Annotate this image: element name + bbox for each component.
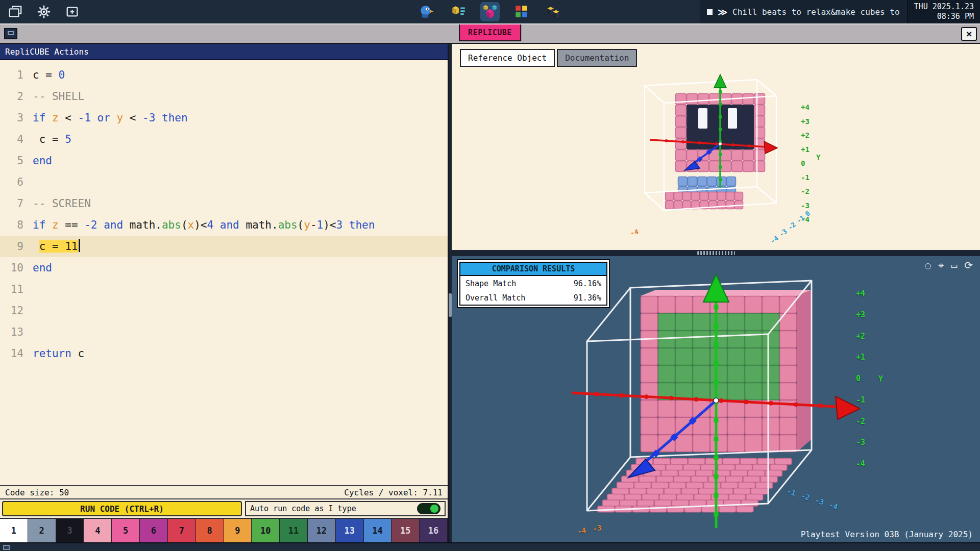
code-line[interactable]: 13 — [0, 321, 448, 343]
palette-color-1[interactable]: 1 — [0, 519, 28, 542]
palette-color-7[interactable]: 7 — [168, 519, 196, 542]
code-line[interactable]: 12 — [0, 300, 448, 321]
horizontal-splitter[interactable] — [452, 250, 980, 256]
code-line[interactable]: 11 — [0, 279, 448, 300]
code-line[interactable]: 9 c = 11 — [0, 236, 448, 257]
window-icon[interactable] — [7, 4, 23, 20]
axis-tick: -3 — [801, 202, 810, 210]
code-size-label: Code size: 50 — [5, 488, 69, 497]
current-level-icon[interactable] — [480, 2, 500, 21]
axis-tick: +1 — [801, 145, 810, 154]
multiplayer-cubes-icon[interactable] — [544, 2, 563, 21]
cycles-label: Cycles / voxel: 7.11 — [344, 488, 443, 497]
stop-icon[interactable] — [707, 9, 713, 15]
palette-color-4[interactable]: 4 — [84, 519, 112, 542]
code-line[interactable]: 10end — [0, 257, 448, 279]
code-line[interactable]: 2-- SHELL — [0, 86, 448, 107]
line-number: 9 — [0, 236, 23, 257]
taskbar-window-icon[interactable] — [3, 545, 10, 550]
palette-color-8[interactable]: 8 — [196, 519, 224, 542]
comparison-label: Shape Match — [465, 279, 516, 288]
palette-color-15[interactable]: 15 — [391, 519, 420, 542]
new-window-icon[interactable] — [64, 4, 81, 20]
palette-color-11[interactable]: 11 — [280, 519, 308, 542]
time-label: 08:36 PM — [914, 12, 974, 21]
palette-color-5[interactable]: 5 — [112, 519, 140, 542]
music-player: ≫ Chill beats to relax&make cubes to — [700, 0, 906, 23]
code-line[interactable]: 4 c = 5 — [0, 129, 448, 150]
autorun-label: Auto run code as I type — [250, 504, 356, 513]
splitter-grip[interactable] — [697, 251, 735, 255]
palette-color-9[interactable]: 9 — [224, 519, 252, 542]
axis-tick: +2 — [801, 131, 810, 139]
code-text: -- SHELL — [33, 86, 84, 107]
skip-icon[interactable]: ≫ — [718, 7, 727, 17]
axis-tick: +1 — [856, 353, 865, 362]
code-editor[interactable]: 1c = 02-- SHELL3if z < -1 or y < -3 then… — [0, 60, 448, 485]
palette-color-12[interactable]: 12 — [308, 519, 336, 542]
tab-documentation[interactable]: Documentation — [557, 49, 637, 67]
code-text: end — [33, 150, 52, 171]
palette-color-16[interactable]: 16 — [420, 519, 448, 542]
axis-tick: +4 — [801, 103, 810, 111]
code-line[interactable]: 8if z == -2 and math.abs(x)<4 and math.a… — [0, 214, 448, 236]
run-code-button[interactable]: RUN CODE (CTRL+R) — [2, 501, 242, 516]
taskbar — [0, 542, 980, 551]
line-number: 12 — [0, 300, 23, 321]
line-number: 8 — [0, 214, 23, 236]
palette-grid-icon[interactable] — [512, 2, 531, 21]
topbar: ≫ Chill beats to relax&make cubes to THU… — [0, 0, 980, 23]
dashed-circle-icon[interactable]: ◌ — [925, 259, 931, 271]
comparison-row: Overall Match91.36% — [460, 290, 606, 305]
level-list-icon[interactable] — [449, 2, 468, 21]
code-line[interactable]: 1c = 0 — [0, 64, 448, 86]
window-menu-icon[interactable] — [4, 28, 17, 39]
palette-color-13[interactable]: 13 — [336, 519, 364, 542]
code-text: -- SCREEN — [33, 193, 91, 214]
axis-tick: 0 — [856, 374, 865, 383]
code-text: c = 5 — [33, 129, 71, 150]
line-number: 1 — [0, 64, 23, 86]
rotate-view-icon[interactable]: ⟳ — [964, 259, 973, 271]
right-column: Reference ObjectDocumentation — [452, 44, 980, 542]
axis-tick: -2 — [801, 187, 810, 195]
autorun-toggle[interactable] — [417, 503, 440, 514]
axis-tick: +3 — [801, 117, 810, 126]
autorun-box: Auto run code as I type — [245, 501, 446, 516]
tab-reference-object[interactable]: Reference Object — [460, 49, 555, 67]
axis-tick: -2 — [856, 417, 865, 426]
close-icon[interactable]: × — [961, 27, 977, 41]
line-number: 11 — [0, 279, 23, 300]
x-axis-ticks: -4 — [630, 228, 639, 237]
music-track-title: Chill beats to relax&make cubes to — [732, 7, 900, 17]
target-icon[interactable]: ⌖ — [938, 259, 944, 271]
code-text: if z == -2 and math.abs(x)<4 and math.ab… — [33, 214, 375, 236]
palette-color-10[interactable]: 10 — [252, 519, 280, 542]
app-tab-replicube[interactable]: REPLICUBE — [459, 24, 521, 41]
palette-color-6[interactable]: 6 — [140, 519, 168, 542]
palette-color-14[interactable]: 14 — [364, 519, 392, 542]
reference-3d-view[interactable] — [614, 70, 808, 246]
view-toggle-icons: ◌⌖▭⟳ — [925, 259, 973, 271]
axis-tick: -3 — [856, 438, 865, 447]
run-row: RUN CODE (CTRL+R) Auto run code as I typ… — [0, 499, 448, 518]
axis-tick: 0 — [801, 159, 810, 167]
axis-tick: -3 — [592, 523, 602, 533]
toggle-knob — [430, 505, 438, 513]
axis-tick: +2 — [856, 332, 865, 341]
code-line[interactable]: 14return c — [0, 343, 448, 364]
code-line[interactable]: 3if z < -1 or y < -3 then — [0, 107, 448, 129]
settings-gear-icon[interactable] — [36, 4, 52, 20]
palette-color-3[interactable]: 3 — [56, 519, 84, 542]
mascot-icon[interactable] — [417, 2, 436, 21]
comparison-value: 96.16% — [574, 279, 601, 288]
comparison-title: COMPARISON RESULTS — [460, 263, 606, 276]
line-number: 3 — [0, 107, 23, 129]
palette-color-2[interactable]: 2 — [28, 519, 56, 542]
code-line[interactable]: 6 — [0, 171, 448, 193]
code-line[interactable]: 5end — [0, 150, 448, 171]
code-line[interactable]: 7-- SCREEN — [0, 193, 448, 214]
line-number: 2 — [0, 86, 23, 107]
code-text: return c — [33, 343, 84, 364]
frame-icon[interactable]: ▭ — [951, 259, 957, 271]
